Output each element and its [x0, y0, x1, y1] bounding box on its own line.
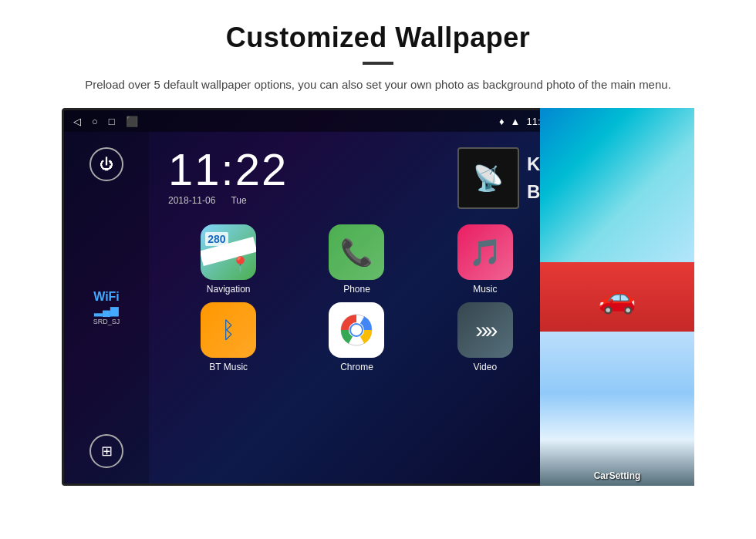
chrome-svg — [336, 310, 376, 350]
clock-date-value: 2018-11-06 — [168, 195, 215, 206]
phone-label: Phone — [343, 284, 370, 295]
ice-wallpaper — [540, 108, 694, 262]
screenshot-icon: ⬛ — [126, 116, 138, 127]
wifi-widget: WiFi ▂▄▆ SRD_SJ — [93, 290, 120, 325]
app-item-video[interactable]: »» Video — [425, 302, 545, 372]
back-icon: ◁ — [73, 116, 81, 127]
music-icon: 🎵 — [457, 224, 513, 280]
screen-body: ⏻ WiFi ▂▄▆ SRD_SJ ⊞ 11:22 2018-11-06 Tu — [64, 132, 561, 483]
screen-wrapper: ◁ ○ □ ⬛ ♦ ▲ 11:22 ⏻ WiFi ▂▄▆ SRD_SJ — [62, 108, 694, 486]
carsetting-label: CarSetting — [540, 470, 694, 481]
clock-block: 11:22 2018-11-06 Tue — [168, 147, 442, 206]
recents-icon: □ — [109, 116, 115, 127]
title-divider — [363, 62, 393, 65]
bridge-wallpaper — [540, 332, 694, 486]
music-symbol: 🎵 — [469, 237, 501, 268]
app-item-music[interactable]: 🎵 Music — [425, 224, 545, 295]
wifi-bars: ▂▄▆ — [93, 304, 120, 316]
wifi-name: SRD_SJ — [93, 318, 120, 325]
clock-date: 2018-11-06 Tue — [168, 195, 442, 206]
app-item-navigation[interactable]: 280 📍 Navigation — [168, 224, 289, 295]
main-content: 11:22 2018-11-06 Tue 📡 K| B — [149, 132, 561, 483]
music-label: Music — [473, 284, 497, 295]
wallpaper-thumb-bridge[interactable]: CarSetting — [540, 332, 694, 486]
app-grid: 280 📍 Navigation 📞 Phone — [153, 217, 553, 376]
wallpaper-thumb-ice[interactable] — [540, 108, 694, 262]
phone-icon: 📞 — [329, 224, 384, 280]
power-button[interactable]: ⏻ — [89, 147, 123, 181]
video-label: Video — [474, 362, 497, 372]
android-screen: ◁ ○ □ ⬛ ♦ ▲ 11:22 ⏻ WiFi ▂▄▆ SRD_SJ — [62, 108, 563, 486]
apps-button[interactable]: ⊞ — [89, 434, 123, 468]
clock-area: 11:22 2018-11-06 Tue 📡 K| B — [153, 140, 553, 217]
sidebar: ⏻ WiFi ▂▄▆ SRD_SJ ⊞ — [64, 132, 149, 483]
widget-area: 📡 K| B — [457, 147, 545, 209]
clock-day: Tue — [231, 195, 246, 206]
location-icon: ♦ — [499, 116, 505, 127]
chrome-label: Chrome — [340, 362, 373, 372]
app-item-btmusic[interactable]: ᛒ BT Music — [168, 302, 289, 372]
bluetooth-symbol: ᛒ — [221, 317, 235, 343]
phone-symbol: 📞 — [340, 237, 373, 268]
app-item-phone[interactable]: 📞 Phone — [296, 224, 417, 295]
wallpaper-thumbnails: 🚗 CarSetting — [540, 108, 694, 486]
page-header: Customized Wallpaper Preload over 5 defa… — [0, 0, 756, 108]
clock-time: 11:22 — [168, 147, 442, 192]
home-icon: ○ — [92, 116, 98, 127]
page-title: Customized Wallpaper — [62, 22, 694, 54]
radio-icon: 📡 — [473, 163, 504, 193]
navigation-label: Navigation — [207, 284, 251, 295]
radio-widget[interactable]: 📡 — [457, 147, 519, 209]
video-chevrons: »» — [475, 317, 494, 343]
navigation-icon: 280 📍 — [201, 224, 256, 280]
maps-road-label: 280 — [205, 232, 228, 246]
signal-icon: ▲ — [511, 116, 521, 127]
status-bar: ◁ ○ □ ⬛ ♦ ▲ 11:22 — [64, 110, 561, 132]
wifi-label: WiFi — [93, 290, 120, 304]
chrome-icon — [329, 302, 384, 358]
app-item-chrome[interactable]: Chrome — [296, 302, 417, 372]
car-wallpaper: 🚗 — [540, 262, 694, 332]
svg-point-4 — [351, 325, 362, 335]
btmusic-icon: ᛒ — [201, 302, 256, 358]
status-left: ◁ ○ □ ⬛ — [73, 116, 138, 127]
wallpaper-thumb-car[interactable]: 🚗 — [540, 262, 694, 332]
btmusic-label: BT Music — [209, 362, 248, 372]
page-description: Preload over 5 default wallpaper options… — [62, 76, 694, 94]
video-icon: »» — [457, 302, 513, 358]
maps-pin-icon: 📍 — [231, 255, 250, 274]
